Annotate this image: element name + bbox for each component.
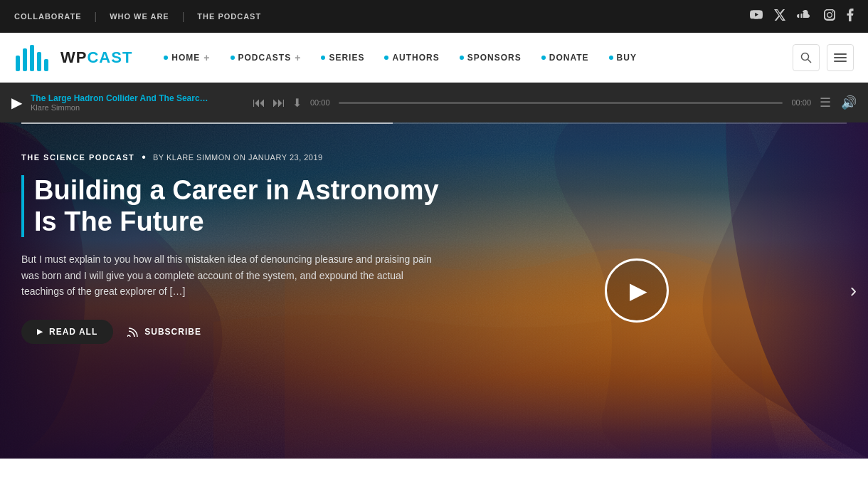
social-icons — [750, 9, 854, 24]
hero-title-container: Building a Career in Astronomy Is The Fu… — [21, 175, 847, 237]
read-all-button[interactable]: ▶ READ ALL — [21, 320, 113, 344]
svg-rect-2 — [30, 45, 34, 71]
svg-point-5 — [802, 53, 809, 60]
volume-icon[interactable]: 🔊 — [841, 95, 857, 110]
hero-title: Building a Career in Astronomy Is The Fu… — [34, 175, 461, 237]
audio-play-button[interactable]: ▶ — [11, 94, 22, 111]
audio-end-time: 00:00 — [791, 98, 811, 107]
soundcloud-icon[interactable] — [797, 10, 813, 23]
svg-rect-4 — [44, 59, 48, 71]
nav-sponsors[interactable]: SPONSORS — [450, 33, 531, 83]
audio-progress-bar[interactable] — [339, 102, 783, 104]
nav-donate[interactable]: DONATE — [531, 33, 599, 83]
topbar-podcast[interactable]: THE PODCAST — [184, 12, 274, 21]
subscribe-label: SUBSCRIBE — [144, 327, 201, 337]
svg-rect-8 — [834, 57, 847, 58]
audio-info: The Large Hadron Collider And The Searc…… — [31, 93, 244, 112]
nav-dot-buy — [609, 56, 613, 60]
hero-section: THE SCIENCE PODCAST • BY KLARE SIMMON ON… — [0, 122, 868, 459]
svg-rect-7 — [834, 53, 847, 55]
nav-authors[interactable]: AUTHORS — [374, 33, 449, 83]
nav-podcasts-label: PODCASTS — [238, 53, 292, 63]
audio-author-text: Klare Simmon — [31, 103, 244, 112]
main-nav-items: HOME + PODCASTS + SERIES AUTHORS SPONSOR… — [154, 33, 793, 83]
svg-rect-9 — [834, 61, 847, 62]
svg-rect-1 — [23, 48, 27, 71]
rss-icon — [127, 327, 139, 337]
subscribe-button[interactable]: SUBSCRIBE — [127, 320, 201, 344]
facebook-icon[interactable] — [847, 9, 854, 24]
download-button[interactable]: ⬇ — [292, 96, 302, 110]
hero-meta: THE SCIENCE PODCAST • BY KLARE SIMMON ON… — [21, 151, 847, 164]
twitter-icon[interactable] — [774, 9, 785, 23]
main-nav: WPCAST HOME + PODCASTS + SERIES AUTHORS … — [0, 33, 868, 83]
nav-dot-home — [164, 56, 168, 60]
hero-excerpt: But I must explain to you how all this m… — [21, 251, 434, 299]
skip-back-button[interactable]: ⏮ — [253, 95, 265, 110]
topbar-who-we-are[interactable]: WHO WE ARE — [97, 12, 182, 21]
svg-rect-3 — [37, 52, 41, 71]
menu-button[interactable] — [827, 44, 854, 71]
svg-line-6 — [808, 59, 812, 63]
nav-donate-label: DONATE — [549, 53, 589, 63]
nav-series[interactable]: SERIES — [311, 33, 374, 83]
audio-player: ▶ The Large Hadron Collider And The Sear… — [0, 83, 868, 122]
youtube-icon[interactable] — [750, 10, 763, 23]
logo-text: WPCAST — [60, 48, 132, 67]
nav-sponsors-label: SPONSORS — [467, 53, 522, 63]
hero-buttons: ▶ READ ALL SUBSCRIBE — [21, 320, 847, 344]
nav-home-plus: + — [203, 52, 210, 63]
audio-title-text: The Large Hadron Collider And The Searc… — [31, 93, 244, 103]
top-bar: COLLABORATE | WHO WE ARE | THE PODCAST — [0, 0, 868, 33]
nav-podcasts-plus: + — [295, 52, 301, 63]
nav-podcasts[interactable]: PODCASTS + — [221, 33, 312, 83]
nav-buy-label: BUY — [617, 53, 637, 63]
audio-extra-controls: ☰ 🔊 — [820, 95, 857, 110]
nav-right-controls — [793, 44, 854, 71]
logo-icon — [14, 41, 53, 73]
playlist-icon[interactable]: ☰ — [820, 95, 831, 110]
top-bar-nav: COLLABORATE | WHO WE ARE | THE PODCAST — [14, 11, 274, 22]
nav-series-label: SERIES — [329, 53, 364, 63]
nav-dot-donate — [541, 56, 546, 60]
hero-content: THE SCIENCE PODCAST • BY KLARE SIMMON ON… — [0, 122, 868, 365]
nav-buy[interactable]: BUY — [599, 33, 647, 83]
hero-meta-dot: • — [142, 151, 146, 164]
audio-controls: ⏮ ⏭ ⬇ — [253, 95, 302, 110]
svg-rect-0 — [16, 56, 20, 71]
nav-dot-authors — [384, 56, 388, 60]
topbar-collaborate[interactable]: COLLABORATE — [14, 12, 95, 21]
hero-category: THE SCIENCE PODCAST — [21, 153, 134, 162]
search-button[interactable] — [793, 44, 820, 71]
play-icon-small: ▶ — [37, 328, 43, 335]
read-all-label: READ ALL — [49, 327, 97, 337]
nav-dot-podcasts — [231, 56, 235, 60]
audio-current-time: 00:00 — [310, 98, 330, 107]
logo[interactable]: WPCAST — [14, 41, 132, 73]
hero-byline: BY KLARE SIMMON ON JANUARY 23, 2019 — [153, 153, 323, 162]
nav-dot-sponsors — [460, 56, 464, 60]
instagram-icon[interactable] — [824, 9, 835, 23]
nav-authors-label: AUTHORS — [392, 53, 439, 63]
nav-home[interactable]: HOME + — [154, 33, 220, 83]
skip-forward-button[interactable]: ⏭ — [272, 95, 285, 110]
nav-home-label: HOME — [171, 53, 200, 63]
nav-dot-series — [321, 56, 325, 60]
